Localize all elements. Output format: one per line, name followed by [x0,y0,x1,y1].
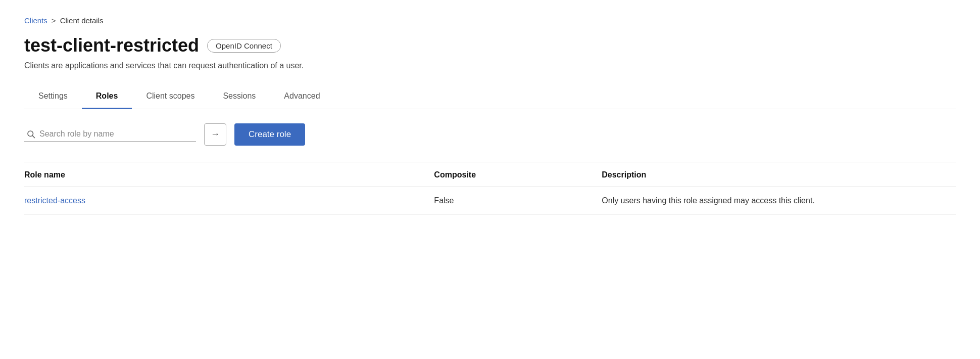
tab-settings[interactable]: Settings [24,84,82,109]
search-wrapper [24,126,196,142]
tab-client-scopes[interactable]: Client scopes [132,84,209,109]
table-row: restricted-access False Only users havin… [24,187,956,214]
column-header-description: Description [602,162,956,187]
role-name-link[interactable]: restricted-access [24,196,85,205]
page-title: test-client-restricted [24,35,199,56]
breadcrumb-clients-link[interactable]: Clients [24,16,47,25]
tab-roles[interactable]: Roles [82,84,132,109]
cell-composite: False [434,187,602,214]
search-icon [26,129,35,139]
create-role-button[interactable]: Create role [234,123,305,146]
svg-line-1 [32,136,34,138]
tab-content-roles: → Create role Role name Composite Descri… [24,109,956,215]
page-description: Clients are applications and services th… [24,61,956,70]
search-input[interactable] [39,129,194,139]
breadcrumb-separator: > [52,16,56,25]
tab-advanced[interactable]: Advanced [270,84,334,109]
tabs-bar: Settings Roles Client scopes Sessions Ad… [24,84,956,109]
tab-sessions[interactable]: Sessions [209,84,270,109]
breadcrumb: Clients > Client details [24,16,956,25]
table-header-row: Role name Composite Description [24,162,956,187]
search-area: → Create role [24,123,956,146]
search-go-button[interactable]: → [204,123,226,146]
cell-description: Only users having this role assigned may… [602,187,956,214]
cell-role-name: restricted-access [24,187,434,214]
page-header: test-client-restricted OpenID Connect [24,35,956,56]
roles-table: Role name Composite Description restrict… [24,162,956,215]
column-header-composite: Composite [434,162,602,187]
openid-connect-badge: OpenID Connect [207,39,281,53]
breadcrumb-current: Client details [60,16,104,25]
column-header-role-name: Role name [24,162,434,187]
